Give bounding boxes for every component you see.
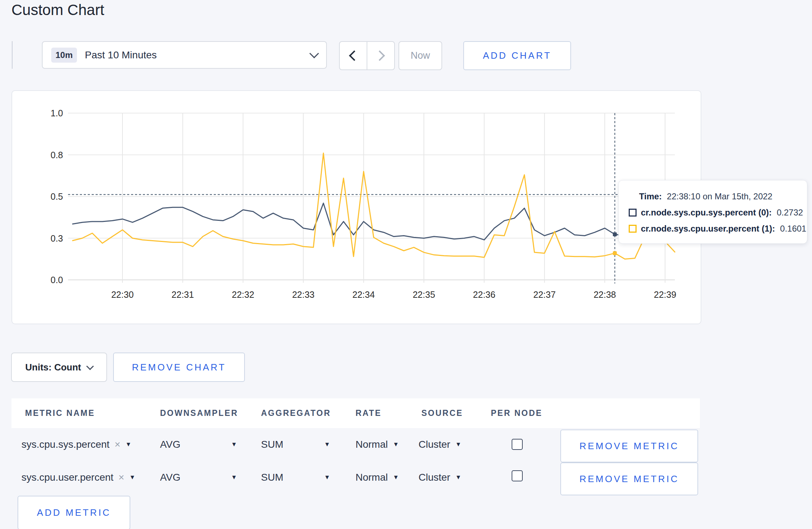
time-range-label: Past 10 Minutes — [85, 49, 157, 61]
now-button[interactable]: Now — [398, 41, 442, 70]
tooltip-time-value: 22:38:10 on Mar 15th, 2022 — [667, 191, 773, 202]
sys-series-legend-icon — [629, 209, 637, 217]
clear-icon[interactable]: × — [119, 472, 124, 483]
aggregator-select[interactable]: SUM ▼ — [261, 439, 330, 450]
user-series-legend-icon — [629, 225, 637, 233]
rate-select[interactable]: Normal ▼ — [356, 472, 399, 483]
units-select[interactable]: Units: Count — [11, 353, 107, 382]
metrics-table-header: METRIC NAME DOWNSAMPLER AGGREGATOR RATE … — [11, 398, 700, 428]
dropdown-arrow-icon: ▼ — [324, 474, 330, 481]
chart-tooltip: Time: 22:38:10 on Mar 15th, 2022 cr.node… — [618, 180, 807, 244]
col-aggregator: AGGREGATOR — [261, 408, 331, 418]
tooltip-series-row: cr.node.sys.cpu.sys.percent (0): 0.2732 — [629, 205, 807, 220]
col-source: SOURCE — [421, 408, 463, 418]
source-select[interactable]: Cluster ▼ — [419, 472, 461, 483]
time-range-select[interactable]: 10m Past 10 Minutes — [42, 41, 327, 69]
chevron-down-icon — [86, 362, 94, 370]
dropdown-arrow-icon: ▼ — [393, 474, 399, 481]
dropdown-arrow-icon: ▼ — [455, 441, 461, 448]
metric-name-combobox[interactable]: sys.cpu.sys.percent × ▼ — [21, 439, 131, 450]
dropdown-arrow-icon: ▼ — [393, 441, 399, 448]
add-chart-button[interactable]: ADD CHART — [463, 41, 571, 70]
chart-group-rail — [12, 41, 13, 69]
per-node-checkbox[interactable] — [512, 439, 523, 450]
page-title: Custom Chart — [11, 1, 104, 19]
tooltip-series-value: 0.1601 — [780, 224, 806, 234]
dropdown-arrow-icon: ▼ — [231, 441, 237, 448]
remove-metric-button[interactable]: REMOVE METRIC — [560, 462, 698, 495]
chevron-left-icon — [349, 50, 360, 61]
dropdown-arrow-icon: ▼ — [129, 474, 135, 481]
metric-name-combobox[interactable]: sys.cpu.user.percent × ▼ — [21, 472, 135, 483]
tooltip-series-row: cr.node.sys.cpu.user.percent (1): 0.1601 — [629, 222, 807, 236]
tooltip-series-label: cr.node.sys.cpu.user.percent (1): — [641, 224, 775, 234]
tooltip-time-label: Time: — [639, 191, 662, 202]
time-step-buttons — [339, 41, 395, 70]
dropdown-arrow-icon: ▼ — [455, 474, 461, 481]
tooltip-series-value: 0.2732 — [777, 208, 803, 218]
per-node-checkbox[interactable] — [512, 470, 523, 481]
tooltip-series-label: cr.node.sys.cpu.sys.percent (0): — [641, 208, 772, 218]
dropdown-arrow-icon: ▼ — [231, 474, 237, 481]
dropdown-arrow-icon: ▼ — [324, 441, 330, 448]
step-back-button[interactable] — [340, 42, 367, 69]
time-range-badge: 10m — [51, 48, 77, 63]
downsampler-select[interactable]: AVG ▼ — [160, 439, 237, 450]
step-forward-button[interactable] — [367, 42, 394, 69]
chevron-right-icon — [374, 50, 385, 61]
col-per-node: PER NODE — [491, 408, 542, 418]
units-label: Units: Count — [25, 362, 81, 373]
tooltip-time-row: Time: 22:38:10 on Mar 15th, 2022 — [629, 189, 807, 204]
dropdown-arrow-icon: ▼ — [125, 441, 131, 448]
remove-metric-button[interactable]: REMOVE METRIC — [560, 429, 698, 462]
col-metric-name: METRIC NAME — [25, 408, 95, 418]
clear-icon[interactable]: × — [115, 439, 120, 450]
custom-chart-page: { "page": { "title": "Custom Chart" }, "… — [0, 0, 812, 529]
downsampler-select[interactable]: AVG ▼ — [160, 472, 237, 483]
rate-select[interactable]: Normal ▼ — [356, 439, 399, 450]
aggregator-select[interactable]: SUM ▼ — [261, 472, 330, 483]
add-metric-button[interactable]: ADD METRIC — [18, 496, 130, 529]
col-rate: RATE — [356, 408, 382, 418]
chart-card[interactable] — [11, 90, 701, 324]
remove-chart-button[interactable]: REMOVE CHART — [113, 353, 245, 382]
col-downsampler: DOWNSAMPLER — [160, 408, 238, 418]
source-select[interactable]: Cluster ▼ — [419, 439, 461, 450]
chevron-down-icon — [309, 49, 319, 58]
